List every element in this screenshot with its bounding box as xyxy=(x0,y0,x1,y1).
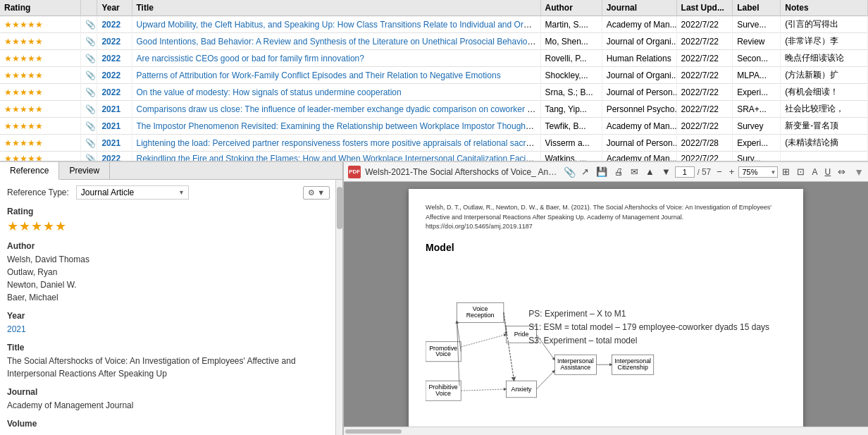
table-row[interactable]: ★★★★★ 📎 2022 Are narcissistic CEOs good … xyxy=(0,50,868,67)
cell-lastupd: 2022/7/22 xyxy=(676,84,733,101)
settings-button[interactable]: ⚙ ▼ xyxy=(303,186,330,200)
cell-label: MLPA... xyxy=(733,67,781,84)
journal-label: Journal xyxy=(7,387,330,397)
year-label: Year xyxy=(7,311,330,321)
cell-clip: 📎 xyxy=(81,152,97,161)
col-header-label[interactable]: Label xyxy=(733,0,781,16)
rating-stars[interactable]: ★★★★★ xyxy=(7,219,330,234)
cell-lastupd: 2022/7/28 xyxy=(676,135,733,152)
cell-title: Good Intentions, Bad Behavior: A Review … xyxy=(132,33,540,50)
cell-lastupd: 2022/7/22 xyxy=(676,101,733,118)
cell-year: 2021 xyxy=(97,101,132,118)
cell-label: Experi... xyxy=(733,84,781,101)
cell-rating: ★★★★★ xyxy=(0,152,81,161)
tab-preview[interactable]: Preview xyxy=(59,162,110,179)
tab-reference[interactable]: Reference xyxy=(0,162,59,180)
col-header-clip[interactable] xyxy=(81,0,97,16)
zoom-in-button[interactable]: + xyxy=(726,165,738,178)
cell-lastupd: 2022/7/22 xyxy=(676,67,733,84)
cell-author: Rovelli, P... xyxy=(540,50,602,67)
cell-rating: ★★★★★ xyxy=(0,84,81,101)
cell-clip: 📎 xyxy=(81,16,97,33)
open-external-button[interactable]: ↗ xyxy=(578,165,592,178)
zoom-out-button[interactable]: − xyxy=(714,165,725,178)
cell-rating: ★★★★★ xyxy=(0,50,81,67)
cell-author: Srna, S.; B... xyxy=(540,84,602,101)
title-label: Title xyxy=(7,343,330,353)
zoom-select-wrap: 50% 75% 100% 125% 150% xyxy=(738,166,778,178)
cell-author: Visserm a... xyxy=(540,135,602,152)
table-container[interactable]: Rating Year Title Author Journal Last Up… xyxy=(0,0,868,161)
year-section: Year 2021 xyxy=(7,311,330,336)
cell-year: 2021 xyxy=(97,118,132,135)
panel-collapse-icon[interactable]: ▼ xyxy=(854,166,864,178)
copy-button[interactable]: ⊡ xyxy=(794,165,807,178)
cell-notes: 社会比较理论， xyxy=(781,101,868,118)
table-row[interactable]: ★★★★★ 📎 2022 Good Intentions, Bad Behavi… xyxy=(0,33,868,50)
cell-year: 2022 xyxy=(97,33,132,50)
pdf-content[interactable]: Welsh, D. T., Outlaw, R., Newton, D. W.,… xyxy=(344,182,868,427)
col-header-lastupd[interactable]: Last Upd... xyxy=(676,0,733,16)
pdf-bottom-scrollbar[interactable] xyxy=(344,427,868,435)
table-row[interactable]: ★★★★★ 📎 2022 On the value of modesty: Ho… xyxy=(0,84,868,101)
cell-title: Lightening the load: Perceived partner r… xyxy=(132,135,540,152)
bottom-section: Reference Preview Reference Type: Journa… xyxy=(0,162,868,435)
cell-label: Surv... xyxy=(733,152,781,161)
save-button[interactable]: 💾 xyxy=(593,165,610,178)
cell-notes: (方法新颖）扩 xyxy=(781,67,868,84)
page-down-button[interactable]: ▼ xyxy=(659,165,674,178)
svg-line-23 xyxy=(461,334,506,347)
col-header-year[interactable]: Year xyxy=(97,0,132,16)
cell-journal: Journal of Organi... xyxy=(602,33,676,50)
cell-journal: Academy of Man... xyxy=(602,118,676,135)
page-up-button[interactable]: ▲ xyxy=(643,165,657,178)
bottom-scroll-svg xyxy=(344,427,868,435)
panel-scrollbar[interactable] xyxy=(335,180,342,435)
cell-lastupd: 2022/7/22 xyxy=(676,50,733,67)
ref-type-select[interactable]: Journal Article Book Book Section Confer… xyxy=(76,185,189,200)
svg-text:Voice: Voice xyxy=(435,350,451,357)
col-header-author[interactable]: Author xyxy=(540,0,602,16)
table-row[interactable]: ★★★★★ 📎 2021 Lightening the load: Percei… xyxy=(0,135,868,152)
col-header-notes[interactable]: Notes xyxy=(781,0,868,16)
svg-rect-28 xyxy=(344,429,868,434)
page-number-input[interactable] xyxy=(675,166,695,178)
table-row[interactable]: ★★★★★ 📎 2021 The Impostor Phenomenon Rev… xyxy=(0,118,868,135)
cell-rating: ★★★★★ xyxy=(0,118,81,135)
cell-year: 2022 xyxy=(97,84,132,101)
title-section: Title The Social Aftershocks of Voice: A… xyxy=(7,343,330,380)
cell-year: 2021 xyxy=(97,135,132,152)
author-section: Author Welsh, David Thomas Outlaw, Ryan … xyxy=(7,241,330,304)
highlight-button[interactable]: A xyxy=(809,166,820,178)
fit-page-button[interactable]: ⊞ xyxy=(779,165,793,178)
pdf-title-bar: PDF Welsh-2021-The Social Aftershocks of… xyxy=(348,166,576,178)
cell-journal: Journal of Person... xyxy=(602,84,676,101)
cell-rating: ★★★★★ xyxy=(0,101,81,118)
col-header-title[interactable]: Title xyxy=(132,0,540,16)
svg-text:Pride: Pride xyxy=(514,331,529,338)
cell-clip: 📎 xyxy=(81,50,97,67)
title-value: The Social Aftershocks of Voice: An Inve… xyxy=(7,355,330,380)
expand-button[interactable]: ⇔ xyxy=(835,165,848,178)
cell-year: 2022 xyxy=(97,16,132,33)
email-button[interactable]: ✉ xyxy=(628,165,641,178)
table-row[interactable]: ★★★★★ 📎 2022 Patterns of Attribution for… xyxy=(0,67,868,84)
pdf-reference-text: Welsh, D. T., Outlaw, R., Newton, D. W.,… xyxy=(426,203,786,232)
table-row[interactable]: ★★★★★ 📎 2022 Upward Mobility, the Cleft … xyxy=(0,16,868,33)
table-row[interactable]: ★★★★★ 📎 2022 Rekindling the Fire and Sto… xyxy=(0,152,868,161)
clip-icon[interactable]: 📎 xyxy=(564,166,576,178)
col-header-journal[interactable]: Journal xyxy=(602,0,676,16)
cell-journal: Human Relations xyxy=(602,50,676,67)
print-button[interactable]: 🖨 xyxy=(612,165,626,178)
year-value: 2021 xyxy=(7,323,330,336)
table-row[interactable]: ★★★★★ 📎 2021 Comparisons draw us close: … xyxy=(0,101,868,118)
journal-value: Academy of Management Journal xyxy=(7,399,330,412)
zoom-select[interactable]: 50% 75% 100% 125% 150% xyxy=(738,166,778,178)
cell-lastupd: 2022/7/22 xyxy=(676,118,733,135)
cell-clip: 📎 xyxy=(81,84,97,101)
underline-button[interactable]: U xyxy=(822,166,833,178)
cell-label: Experi... xyxy=(733,135,781,152)
cell-clip: 📎 xyxy=(81,33,97,50)
col-header-rating[interactable]: Rating xyxy=(0,0,81,16)
cell-rating: ★★★★★ xyxy=(0,135,81,152)
